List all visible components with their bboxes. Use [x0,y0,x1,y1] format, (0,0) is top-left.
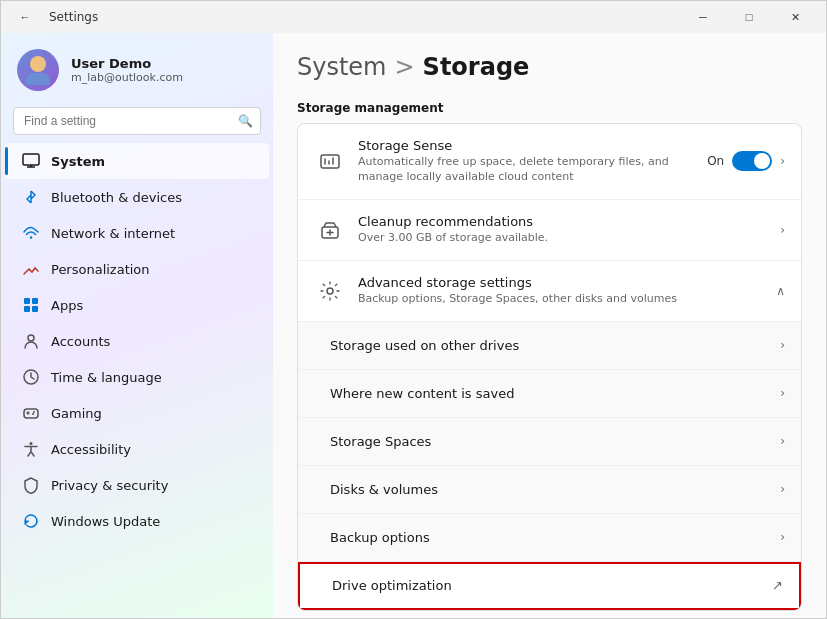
network-label: Network & internet [51,226,175,241]
storage-sense-text: Storage Sense Automatically free up spac… [358,138,707,185]
advanced-storage-row[interactable]: Advanced storage settings Backup options… [298,261,801,322]
svg-rect-4 [24,298,30,304]
external-link-icon: ↗ [772,578,783,593]
search-icon: 🔍 [238,114,253,128]
sidebar-item-accessibility[interactable]: Accessibility [5,431,269,467]
backup-options-chevron: › [780,530,785,544]
disks-volumes-label: Disks & volumes [330,482,780,497]
system-icon [21,151,41,171]
accessibility-label: Accessibility [51,442,131,457]
other-drives-row[interactable]: Storage used on other drives › [298,322,801,370]
window-controls: ─ □ ✕ [680,1,818,33]
cleanup-row[interactable]: Cleanup recommendations Over 3.00 GB of … [298,200,801,261]
network-icon [21,223,41,243]
maximize-button[interactable]: □ [726,1,772,33]
personalization-label: Personalization [51,262,150,277]
user-name: User Demo [71,56,183,71]
svg-point-14 [32,413,34,415]
sidebar-item-privacy[interactable]: Privacy & security [5,467,269,503]
window-title: Settings [49,10,98,24]
gaming-label: Gaming [51,406,102,421]
sidebar-item-personalization[interactable]: Personalization [5,251,269,287]
sidebar-item-bluetooth[interactable]: Bluetooth & devices [5,179,269,215]
sidebar-item-system[interactable]: System [5,143,269,179]
update-label: Windows Update [51,514,160,529]
user-email: m_lab@outlook.com [71,71,183,84]
svg-rect-0 [23,154,39,165]
storage-sense-on-label: On [707,154,724,168]
sidebar-item-update[interactable]: Windows Update [5,503,269,539]
search-input[interactable] [13,107,261,135]
drive-optimization-row[interactable]: Drive optimization ↗ [298,562,801,610]
svg-rect-16 [321,155,339,168]
storage-sense-chevron: › [780,154,785,168]
minimize-button[interactable]: ─ [680,1,726,33]
storage-spaces-label: Storage Spaces [330,434,780,449]
advanced-storage-text: Advanced storage settings Backup options… [358,275,776,306]
section-label: Storage management [297,101,802,115]
cleanup-chevron: › [780,223,785,237]
close-button[interactable]: ✕ [772,1,818,33]
sidebar-item-apps[interactable]: Apps [5,287,269,323]
breadcrumb-parent: System [297,53,387,81]
back-button[interactable]: ← [9,1,41,33]
gaming-icon [21,403,41,423]
cleanup-title: Cleanup recommendations [358,214,780,229]
svg-point-3 [30,236,32,238]
search-box: 🔍 [13,107,261,135]
cleanup-desc: Over 3.00 GB of storage available. [358,230,780,245]
advanced-storage-desc: Backup options, Storage Spaces, other di… [358,291,776,306]
bluetooth-label: Bluetooth & devices [51,190,182,205]
apps-label: Apps [51,298,83,313]
sub-rows: Storage used on other drives › Where new… [298,322,801,610]
disks-volumes-chevron: › [780,482,785,496]
time-icon [21,367,41,387]
advanced-storage-action: ∧ [776,284,785,298]
update-icon [21,511,41,531]
drive-optimization-label: Drive optimization [332,578,772,593]
personalization-icon [21,259,41,279]
system-label: System [51,154,105,169]
user-info: User Demo m_lab@outlook.com [71,56,183,84]
privacy-label: Privacy & security [51,478,168,493]
backup-options-label: Backup options [330,530,780,545]
svg-point-15 [30,442,33,445]
storage-sense-desc: Automatically free up space, delete temp… [358,154,707,185]
privacy-icon [21,475,41,495]
storage-spaces-row[interactable]: Storage Spaces › [298,418,801,466]
storage-sense-row[interactable]: Storage Sense Automatically free up spac… [298,124,801,200]
breadcrumb: System > Storage [297,53,802,81]
sidebar-item-time[interactable]: Time & language [5,359,269,395]
new-content-chevron: › [780,386,785,400]
backup-options-row[interactable]: Backup options › [298,514,801,562]
svg-rect-6 [24,306,30,312]
cleanup-text: Cleanup recommendations Over 3.00 GB of … [358,214,780,245]
new-content-row[interactable]: Where new content is saved › [298,370,801,418]
storage-sense-icon [314,145,346,177]
new-content-label: Where new content is saved [330,386,780,401]
title-bar: ← Settings ─ □ ✕ [1,1,826,33]
settings-window: ← Settings ─ □ ✕ User Demo m [0,0,827,619]
svg-point-8 [28,335,34,341]
other-drives-chevron: › [780,338,785,352]
svg-rect-10 [24,409,38,418]
advanced-storage-chevron: ∧ [776,284,785,298]
cleanup-action: › [780,223,785,237]
sidebar-item-accounts[interactable]: Accounts [5,323,269,359]
other-drives-label: Storage used on other drives [330,338,780,353]
sidebar-item-gaming[interactable]: Gaming [5,395,269,431]
sidebar-item-network[interactable]: Network & internet [5,215,269,251]
svg-point-23 [327,288,333,294]
storage-sense-toggle[interactable] [732,151,772,171]
svg-point-13 [33,411,35,413]
disks-volumes-row[interactable]: Disks & volumes › [298,466,801,514]
main-layout: User Demo m_lab@outlook.com 🔍 Sy [1,33,826,618]
breadcrumb-separator: > [395,53,415,81]
sidebar: User Demo m_lab@outlook.com 🔍 Sy [1,33,273,618]
user-profile[interactable]: User Demo m_lab@outlook.com [1,33,273,103]
settings-card: Storage Sense Automatically free up spac… [297,123,802,611]
advanced-storage-icon [314,275,346,307]
time-label: Time & language [51,370,162,385]
accounts-label: Accounts [51,334,110,349]
storage-spaces-chevron: › [780,434,785,448]
